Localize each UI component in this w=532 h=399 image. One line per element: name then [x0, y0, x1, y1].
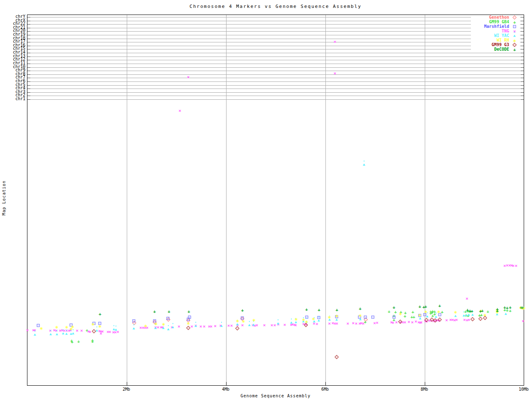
data-point-marshfield [93, 322, 96, 325]
chrom-tick-left [27, 31, 30, 32]
data-point-marshfield [392, 316, 395, 319]
chrom-tick-left [27, 46, 30, 46]
data-point-gm99-gb4: + [70, 338, 73, 343]
x-tick [425, 382, 425, 385]
data-point-tng: × [157, 325, 160, 330]
data-point-tng: × [468, 318, 470, 322]
chrom-gridline [27, 24, 524, 25]
data-point-tng: × [154, 325, 157, 330]
data-point-gm99-gb4: + [467, 309, 470, 313]
x-axis-label: Genome Sequence Assembly [27, 394, 524, 398]
data-point-tng: × [273, 323, 276, 328]
data-point-wi-rh: * [519, 305, 522, 311]
x-tick [127, 382, 127, 385]
data-point-tng: × [404, 320, 406, 325]
data-point-gm99-gb4: + [399, 310, 402, 314]
data-point-tng: × [241, 323, 244, 328]
chrom-tick-right [521, 64, 524, 64]
data-point-genethon [132, 321, 136, 325]
chrom-gridline [27, 85, 524, 86]
chrom-tick-right [521, 92, 524, 93]
legend-label-tng: TNG [502, 29, 509, 33]
data-point-wi-rh: * [521, 306, 524, 312]
data-point-tng: × [195, 323, 197, 328]
data-point-wi-rh: * [65, 325, 68, 331]
data-point-tng: × [203, 324, 206, 329]
data-point-tng: × [333, 71, 336, 76]
data-point-tng: × [65, 328, 68, 333]
data-point-tng: × [463, 318, 466, 322]
data-point-decode: + [153, 309, 156, 314]
data-point-wi-rh: * [358, 313, 362, 319]
data-point-gm99-g3 [478, 317, 483, 321]
data-point-wi-yac [468, 314, 470, 316]
legend-row-tng: TNG× [471, 29, 520, 33]
data-point-tng: × [407, 320, 410, 324]
triangle-dot-icon [513, 34, 516, 37]
data-point-gm99-gb4: + [394, 310, 397, 314]
data-point-wi-rh: * [495, 308, 499, 314]
chrom-gridline [27, 42, 524, 42]
data-point-decode: + [509, 305, 512, 310]
data-point-wi-yac [328, 319, 331, 321]
data-point-gm99-gb4: + [91, 339, 94, 344]
data-point-tng: × [466, 296, 468, 301]
data-point-genethon [166, 318, 170, 322]
chrom-tick-left [27, 42, 30, 42]
legend-marker-tng: × [509, 29, 520, 33]
data-point-tng: × [449, 318, 452, 322]
legend-label-wi-yac: WI YAC [494, 33, 509, 38]
chrom-tick-right [521, 42, 524, 42]
data-point-wi-rh: * [39, 326, 43, 332]
data-point-decode: + [479, 309, 482, 313]
data-point-decode: + [438, 303, 441, 308]
data-point-gm99-g3 [236, 326, 240, 330]
data-point-tng: × [445, 318, 448, 323]
chrom-tick-left [27, 64, 30, 64]
data-point-tng: × [208, 324, 211, 329]
data-point-tng: × [451, 318, 454, 322]
data-point-decode: + [470, 309, 473, 313]
data-point-tng: × [420, 320, 423, 325]
data-point-decode: + [503, 305, 506, 310]
chrom-gridline [27, 78, 524, 78]
data-point-wi-yac [426, 315, 429, 318]
legend-row-decode: DeCODE+ [471, 47, 520, 52]
legend-row-gm99-g3: GM99 G3 [471, 42, 520, 47]
data-point-marshfield [188, 316, 191, 319]
data-point-tng: × [230, 323, 233, 328]
data-point-wi-yac [252, 324, 255, 326]
data-point-wi-yac [505, 313, 507, 315]
data-point-wi-yac [435, 316, 437, 318]
chrom-gridline [27, 57, 524, 57]
data-point-wi-yac [62, 332, 64, 335]
data-point-genethon [364, 318, 368, 322]
data-point-tng: × [32, 328, 35, 332]
data-point-tng: × [333, 39, 336, 44]
square-dot-icon [513, 25, 516, 28]
data-point-gm99-g3 [335, 355, 339, 359]
data-point-wi-yac [295, 321, 297, 323]
chrom-tick-right [521, 60, 524, 60]
data-point-wi-yac [305, 321, 308, 323]
data-point-tng: × [161, 325, 164, 330]
data-point-wi-rh: * [479, 309, 483, 315]
data-point-tng: × [179, 108, 182, 113]
data-point-wi-yac [56, 333, 58, 335]
data-point-tng: × [430, 318, 433, 323]
data-point-wi-yac [465, 314, 468, 316]
data-point-tng: × [315, 322, 318, 326]
data-point-wi-rh: * [399, 312, 402, 318]
data-point-tng: × [112, 330, 115, 335]
x-gridline [226, 15, 227, 385]
chrom-tick-left [27, 67, 30, 68]
chrom-tick-right [521, 74, 524, 75]
data-point-tng: × [293, 323, 296, 327]
data-point-wi-yac [162, 327, 165, 329]
data-point-gm99-gb4: + [429, 311, 432, 315]
data-point-tng: × [61, 328, 64, 332]
chrom-tick-left [27, 92, 30, 93]
data-point-gm99-gb4: + [77, 339, 80, 344]
data-point-wi-rh: * [71, 325, 74, 330]
chrom-tick-right [521, 24, 524, 25]
